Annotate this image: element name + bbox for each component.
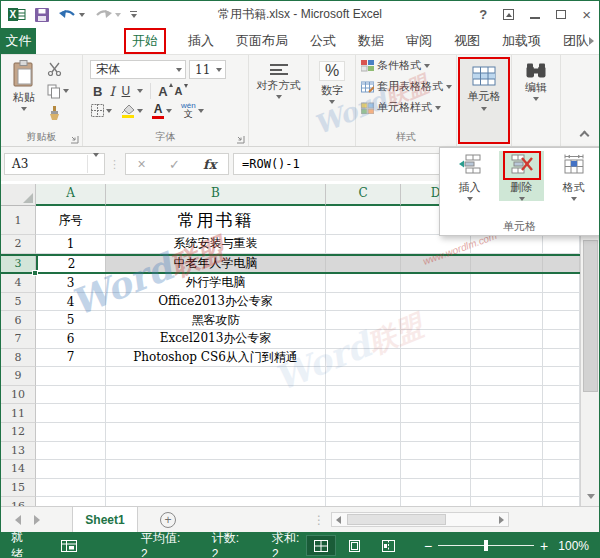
cell-A1[interactable]: 序号 [36,206,106,235]
insert-cells-button[interactable]: 插入 [447,151,492,201]
scroll-down-icon[interactable] [581,488,600,504]
cell-D14[interactable] [401,460,471,479]
scroll-right-icon[interactable] [499,516,504,524]
row-header-12[interactable]: 12 [1,423,36,442]
fill-color-button[interactable] [121,104,143,118]
cell-C2[interactable] [326,235,401,254]
cell-A10[interactable] [36,386,106,405]
normal-view-icon[interactable] [306,535,336,556]
cell-C5[interactable] [326,293,401,312]
cell-D9[interactable] [401,367,471,386]
cell-A14[interactable] [36,460,106,479]
cell-B4[interactable]: 外行学电脑 [106,274,326,293]
cell-F15[interactable] [543,479,580,498]
macro-record-icon[interactable] [61,540,77,552]
cell-A5[interactable]: 4 [36,293,106,312]
row-header-16[interactable]: 16 [1,497,36,506]
cell-A9[interactable] [36,367,106,386]
excel-logo-icon[interactable]: X [8,6,26,23]
cell-F10[interactable] [543,386,580,405]
save-icon[interactable] [35,8,49,22]
row-header-3[interactable]: 3 [1,256,36,273]
cell-D10[interactable] [401,386,471,405]
row-header-5[interactable]: 5 [1,293,36,312]
cell-D15[interactable] [401,479,471,498]
cell-D11[interactable] [401,404,471,423]
cell-C16[interactable] [326,497,401,506]
column-header-B[interactable]: B [106,184,326,206]
font-dialog-launcher-icon[interactable] [236,133,245,142]
cell-E11[interactable] [471,404,543,423]
undo-icon[interactable] [58,8,85,21]
row-header-9[interactable]: 9 [1,367,36,386]
alignment-button[interactable]: 对齐方式 [249,63,308,99]
cell-B16[interactable] [106,497,326,506]
tab-审阅[interactable]: 审阅 [406,28,432,54]
cell-E13[interactable] [471,442,543,461]
row-header-1[interactable]: 1 [1,206,36,235]
bold-button[interactable]: B [93,84,102,99]
cell-styles-button[interactable]: 单元格样式 [356,97,456,118]
phonetic-guide-button[interactable]: wén 文 [181,102,204,119]
font-size-select[interactable]: 11 [189,60,226,79]
row-header-2[interactable]: 2 [1,235,36,254]
row-header-6[interactable]: 6 [1,311,36,330]
cell-A12[interactable] [36,423,106,442]
page-break-view-icon[interactable] [374,535,404,556]
cell-C7[interactable] [326,330,401,349]
maximize-icon[interactable] [556,10,566,19]
cell-C14[interactable] [326,460,401,479]
cell-C9[interactable] [326,367,401,386]
cells-button[interactable]: 单元格 [458,57,510,144]
cell-F12[interactable] [543,423,580,442]
cell-E3[interactable] [471,256,543,273]
row-header-13[interactable]: 13 [1,442,36,461]
cell-D7[interactable] [401,330,471,349]
cell-A4[interactable]: 3 [36,274,106,293]
tab-公式[interactable]: 公式 [310,28,336,54]
cell-C13[interactable] [326,442,401,461]
format-cells-button[interactable]: 格式 [551,151,596,201]
delete-cells-button[interactable]: 删除 [499,151,544,201]
cell-C1[interactable] [326,206,401,235]
row-header-10[interactable]: 10 [1,386,36,405]
cell-B13[interactable] [106,442,326,461]
cell-B11[interactable] [106,404,326,423]
cell-A8[interactable]: 7 [36,349,106,368]
row-header-14[interactable]: 14 [1,460,36,479]
cell-F7[interactable] [543,330,580,349]
zoom-in-icon[interactable]: + [534,538,554,554]
cell-B14[interactable] [106,460,326,479]
cell-A3[interactable]: 2 [36,256,106,273]
tab-视图[interactable]: 视图 [454,28,480,54]
conditional-formatting-button[interactable]: 条件格式 [356,55,456,76]
cell-B15[interactable] [106,479,326,498]
copy-button[interactable] [47,83,69,99]
cell-F9[interactable] [543,367,580,386]
column-header-C[interactable]: C [326,184,401,206]
cell-D2[interactable] [401,235,471,254]
editing-button[interactable]: 编辑 [512,63,560,101]
previous-sheet-icon[interactable] [15,515,21,525]
paste-button[interactable]: 粘贴 [6,60,42,111]
cell-E7[interactable] [471,330,543,349]
italic-button[interactable]: I [109,84,114,99]
cell-E16[interactable] [471,497,543,506]
customize-quick-access-icon[interactable] [130,11,137,18]
cell-B2[interactable]: 系统安装与重装 [106,235,326,254]
enter-icon[interactable]: ✓ [169,157,180,172]
redo-icon[interactable] [94,8,121,21]
cell-B1[interactable]: 常用书籍 [106,206,326,235]
cell-F2[interactable] [543,235,580,254]
column-header-A[interactable]: A [36,184,106,206]
cell-A7[interactable]: 6 [36,330,106,349]
cell-B5[interactable]: Office2013办公专家 [106,293,326,312]
zoom-percentage[interactable]: 100% [558,539,589,553]
cell-E9[interactable] [471,367,543,386]
zoom-out-icon[interactable]: − [418,538,438,554]
cell-C10[interactable] [326,386,401,405]
cell-B8[interactable]: Photoshop CS6从入门到精通 [106,349,326,368]
cell-B7[interactable]: Excel2013办公专家 [106,330,326,349]
help-icon[interactable]: ? [479,7,487,22]
close-icon[interactable]: × [582,7,591,22]
